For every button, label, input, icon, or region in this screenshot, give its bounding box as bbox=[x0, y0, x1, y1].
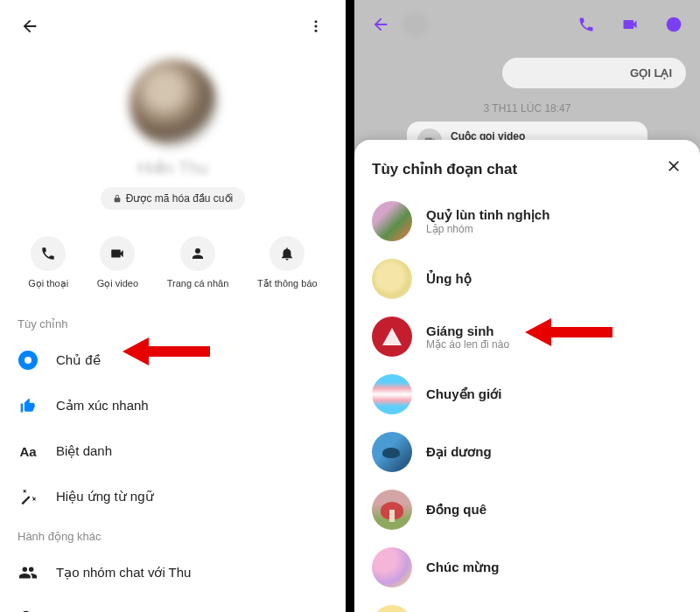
word-effects-menu-item[interactable]: Hiệu ứng từ ngữ bbox=[0, 474, 346, 519]
more-vert-icon bbox=[308, 18, 324, 34]
theme-item-ocean[interactable]: Đại dương bbox=[354, 423, 700, 481]
phone-icon bbox=[40, 246, 56, 261]
theme-thumb-icon bbox=[372, 547, 412, 588]
menu-label: Hiệu ứng từ ngữ bbox=[56, 489, 154, 504]
header bbox=[0, 0, 346, 52]
create-group-menu-item[interactable]: Tạo nhóm chat với Thu bbox=[0, 550, 346, 595]
theme-item-xmas[interactable]: Giáng sinh Mặc áo len đi nào bbox=[354, 308, 700, 365]
audio-call-button[interactable] bbox=[574, 12, 598, 37]
action-label: Gọi thoại bbox=[28, 278, 68, 289]
arrow-left-icon bbox=[371, 15, 390, 34]
svg-point-1 bbox=[315, 25, 318, 28]
section-more: Hành động khác bbox=[0, 519, 346, 550]
timestamp: 3 TH11 LÚC 18:47 bbox=[354, 102, 700, 115]
theme-thumb-icon bbox=[372, 201, 412, 241]
phone-icon bbox=[578, 16, 595, 33]
close-button[interactable] bbox=[665, 157, 682, 180]
audio-call-button[interactable]: Gọi thoại bbox=[28, 236, 68, 289]
section-customize: Tùy chỉnh bbox=[0, 307, 346, 337]
panel-divider bbox=[346, 0, 354, 612]
menu-label: Tạo nhóm chat với Thu bbox=[56, 565, 191, 581]
video-call-button[interactable]: Gọi video bbox=[97, 236, 138, 289]
encryption-badge[interactable]: Được mã hóa đầu cuối bbox=[101, 187, 245, 210]
menu-label: Cảm xúc nhanh bbox=[56, 398, 149, 414]
svg-point-5 bbox=[667, 17, 682, 32]
lock-icon bbox=[113, 194, 122, 203]
theme-thumb-icon bbox=[372, 432, 412, 472]
theme-sub: Mặc áo len đi nào bbox=[426, 338, 509, 351]
back-button[interactable] bbox=[368, 12, 393, 37]
theme-item-trolls[interactable]: Quỷ lùn tinh nghịch Lập nhóm bbox=[354, 192, 700, 250]
menu-label: Biệt danh bbox=[56, 443, 112, 459]
theme-list: Quỷ lùn tinh nghịch Lập nhóm Ủng hộ Gián… bbox=[354, 192, 700, 612]
theme-item-support[interactable]: Ủng hộ bbox=[354, 250, 700, 308]
video-icon bbox=[109, 246, 125, 261]
chat-panel: GỌI LẠI 3 TH11 LÚC 18:47 Cuộc gọi video … bbox=[354, 0, 700, 612]
video-icon bbox=[621, 16, 639, 33]
theme-thumb-icon bbox=[372, 259, 412, 299]
profile-name: Hiền Thu bbox=[137, 157, 209, 178]
more-button[interactable] bbox=[304, 14, 328, 38]
emoji-menu-item[interactable]: Cảm xúc nhanh bbox=[0, 383, 346, 428]
avatar-small[interactable] bbox=[403, 12, 428, 37]
info-icon bbox=[665, 16, 682, 33]
video-call-button[interactable] bbox=[618, 12, 642, 37]
profile-button[interactable]: Trang cá nhân bbox=[167, 236, 229, 289]
arrow-left-icon bbox=[20, 17, 39, 36]
theme-icon bbox=[18, 351, 38, 370]
theme-thumb-icon bbox=[372, 605, 412, 612]
settings-panel: Hiền Thu Được mã hóa đầu cuối Gọi thoại … bbox=[0, 0, 346, 612]
theme-picker-sheet: Tùy chỉnh đoạn chat Quỷ lùn tinh nghịch … bbox=[354, 140, 700, 612]
thumbs-up-icon bbox=[18, 395, 38, 416]
theme-name: Đại dương bbox=[426, 444, 492, 460]
action-label: Tắt thông báo bbox=[257, 278, 318, 289]
theme-sub: Lập nhóm bbox=[426, 223, 550, 235]
person-icon bbox=[190, 246, 206, 261]
theme-name: Chuyển giới bbox=[426, 386, 501, 402]
theme-thumb-icon bbox=[372, 374, 412, 414]
group-icon bbox=[18, 562, 38, 583]
magic-wand-icon bbox=[18, 486, 38, 507]
callback-bubble[interactable]: GỌI LẠI bbox=[502, 58, 686, 88]
theme-thumb-icon bbox=[372, 316, 412, 357]
actions-row: Gọi thoại Gọi video Trang cá nhân Tắt th… bbox=[0, 227, 346, 307]
profile-section: Hiền Thu Được mã hóa đầu cuối bbox=[0, 52, 346, 227]
theme-name: Chúc mừng bbox=[426, 560, 499, 575]
theme-name: Ủng hộ bbox=[426, 271, 472, 287]
info-button[interactable] bbox=[662, 12, 686, 37]
theme-name: Đồng quê bbox=[426, 502, 486, 518]
nickname-menu-item[interactable]: Aa Biệt danh bbox=[0, 428, 346, 474]
menu-label: Chủ đề bbox=[56, 352, 101, 368]
theme-thumb-icon bbox=[372, 490, 412, 530]
callback-label: GỌI LẠI bbox=[630, 66, 672, 80]
theme-menu-item[interactable]: Chủ đề bbox=[0, 337, 346, 383]
theme-name: Quỷ lùn tinh nghịch bbox=[426, 207, 550, 223]
theme-name: Giáng sinh bbox=[426, 323, 509, 338]
mute-button[interactable]: Tắt thông báo bbox=[257, 236, 318, 289]
theme-item-celebrate[interactable]: Chúc mừng bbox=[354, 539, 700, 596]
search-icon bbox=[18, 608, 38, 612]
search-menu-item[interactable]: Tìm kiếm trong cuộc trò chuyện bbox=[0, 595, 346, 612]
svg-point-0 bbox=[315, 20, 318, 23]
theme-item-partial[interactable] bbox=[354, 596, 700, 612]
back-button[interactable] bbox=[18, 14, 42, 38]
chat-header bbox=[354, 0, 700, 49]
theme-item-trans[interactable]: Chuyển giới bbox=[354, 365, 700, 423]
close-icon bbox=[665, 157, 682, 175]
text-aa-icon: Aa bbox=[18, 441, 38, 462]
encryption-label: Được mã hóa đầu cuối bbox=[126, 192, 233, 205]
bell-icon bbox=[279, 246, 295, 261]
theme-item-country[interactable]: Đồng quê bbox=[354, 481, 700, 539]
svg-point-2 bbox=[315, 30, 318, 32]
sheet-title: Tùy chỉnh đoạn chat bbox=[372, 160, 517, 178]
action-label: Gọi video bbox=[97, 278, 138, 289]
action-label: Trang cá nhân bbox=[167, 278, 229, 289]
avatar[interactable] bbox=[130, 59, 217, 147]
